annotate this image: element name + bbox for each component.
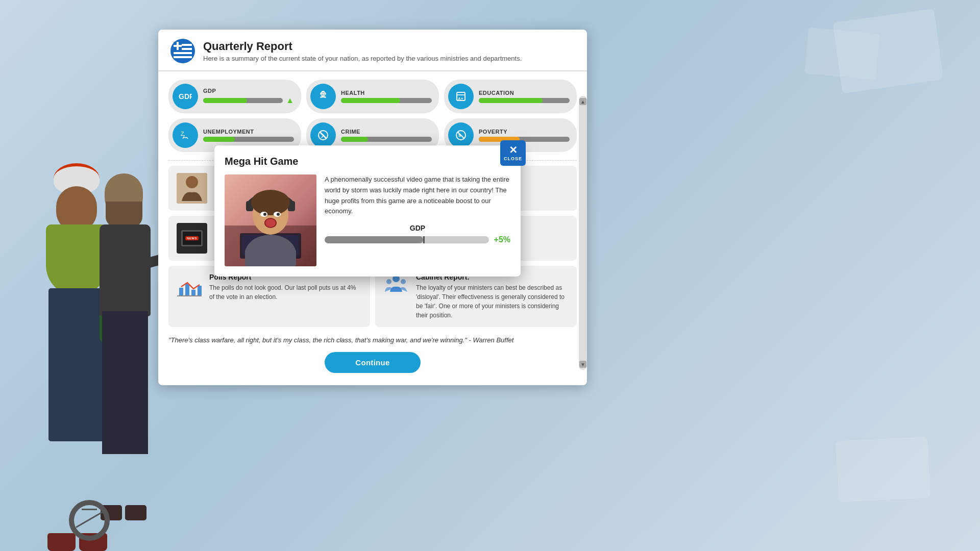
svg-text:GDP: GDP	[179, 92, 192, 101]
health-label: HEALTH	[341, 90, 432, 96]
svg-point-49	[263, 213, 266, 216]
panel-header: Quarterly Report Here is a summary of th…	[158, 30, 587, 71]
svg-point-52	[265, 219, 276, 227]
gdp-info: GDP ▲	[203, 88, 294, 105]
education-icon: A+	[448, 84, 474, 109]
panel-subtitle: Here is a summary of the current state o…	[203, 55, 522, 62]
flag-svg	[174, 42, 192, 60]
panel-title-area: Quarterly Report Here is a summary of th…	[203, 40, 522, 62]
health-info: HEALTH	[341, 90, 432, 103]
popup-body: A phenomenally successful video game tha…	[225, 174, 510, 266]
crime-info: CRIME	[341, 129, 432, 142]
quote-text: "There's class warfare, all right, but i…	[168, 336, 513, 344]
panel-title: Quarterly Report	[203, 40, 522, 53]
svg-rect-34	[198, 286, 202, 296]
quote-bar: "There's class warfare, all right, but i…	[158, 332, 587, 348]
svg-text:A+: A+	[458, 96, 463, 101]
svg-rect-4	[174, 56, 192, 58]
popup-stat-marker	[423, 236, 425, 243]
bicycle	[66, 449, 117, 551]
country-flag-icon	[170, 39, 195, 63]
education-label: EDUCATION	[479, 90, 570, 96]
svg-point-37	[386, 279, 391, 284]
popup-description: A phenomenally successful video game tha…	[325, 174, 510, 217]
unemployment-label: UNEMPLOYMENT	[203, 129, 294, 135]
characters-area	[0, 102, 163, 551]
popup-stat-bar-wrap: +5%	[325, 235, 510, 244]
continue-btn-wrap: Continue	[158, 348, 587, 375]
gdp-icon: GDP	[173, 84, 198, 109]
popup-stat-value: +5%	[494, 235, 510, 244]
poverty-label: POVERTY	[479, 129, 570, 135]
continue-button[interactable]: Continue	[325, 352, 420, 373]
bg-decoration-3	[836, 436, 930, 502]
crime-icon	[310, 122, 336, 148]
cabinet-text: The loyalty of your ministers can best b…	[416, 283, 569, 320]
report1-thumb	[177, 173, 207, 204]
poverty-icon: $	[448, 122, 474, 148]
news-tv: NEWS	[181, 230, 203, 246]
popup-text-area: A phenomenally successful video game tha…	[325, 174, 510, 266]
stat-card-health: HEALTH	[306, 80, 439, 113]
scroll-bar: ▲ ▼	[579, 96, 587, 370]
polls-icon	[177, 273, 202, 298]
cabinet-icon	[383, 273, 409, 298]
bg-decoration-2	[804, 28, 879, 80]
gdp-arrow: ▲	[286, 96, 294, 105]
scroll-up-arrow[interactable]: ▲	[579, 98, 586, 105]
polls-text: The polls do not look good. Our last pol…	[209, 283, 362, 302]
svg-rect-33	[191, 290, 195, 296]
scroll-down-arrow[interactable]: ▼	[579, 361, 586, 368]
crime-label: CRIME	[341, 129, 432, 135]
svg-rect-3	[174, 52, 192, 54]
popup-stat-label: GDP	[325, 224, 510, 232]
news-badge: NEWS	[185, 236, 199, 240]
mega-hit-game-popup: ✕ CLOSE Mega Hit Game	[214, 145, 521, 277]
svg-rect-7	[174, 45, 182, 47]
svg-point-30	[186, 176, 198, 188]
health-icon	[310, 84, 336, 109]
polls-content: Polls Report The polls do not look good.…	[209, 273, 362, 302]
svg-rect-32	[185, 284, 189, 296]
popup-title: Mega Hit Game	[225, 156, 510, 167]
svg-point-50	[277, 213, 280, 216]
svg-rect-53	[245, 250, 296, 266]
svg-rect-31	[179, 288, 183, 296]
poverty-info: POVERTY	[479, 129, 570, 142]
unemployment-info: UNEMPLOYMENT	[203, 129, 294, 142]
close-x-icon: ✕	[509, 145, 518, 155]
popup-game-image	[225, 174, 316, 266]
stat-card-gdp: GDP GDP ▲	[168, 80, 301, 113]
popup-close-button[interactable]: ✕ CLOSE	[500, 140, 526, 166]
svg-text:$: $	[458, 133, 461, 138]
gdp-label: GDP	[203, 88, 294, 94]
close-label: CLOSE	[504, 156, 522, 161]
report2-thumb: NEWS	[177, 223, 207, 254]
svg-point-38	[401, 279, 406, 284]
popup-stat-bar-fill	[325, 236, 423, 243]
unemployment-icon: Z z	[173, 122, 198, 148]
popup-stat-bar-bg	[325, 236, 489, 243]
stat-card-education: A+ EDUCATION	[444, 80, 577, 113]
cabinet-content: Cabinet Report: The loyalty of your mini…	[416, 273, 569, 320]
education-info: EDUCATION	[479, 90, 570, 103]
